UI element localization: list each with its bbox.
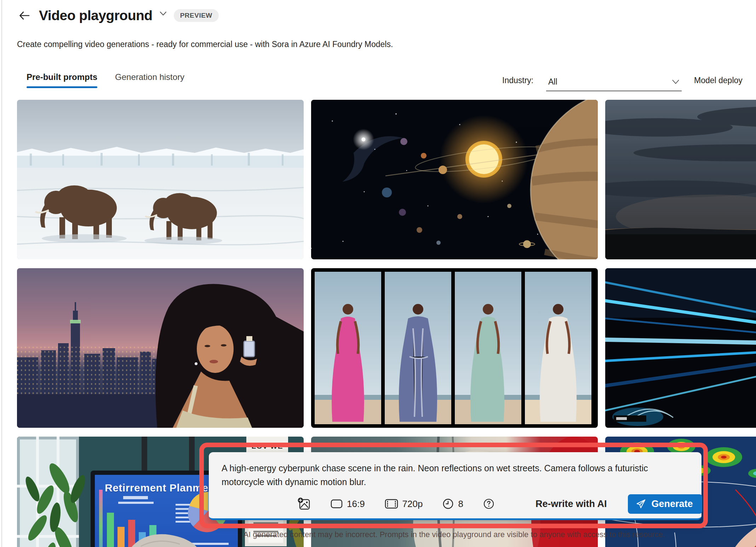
title-chevron-icon[interactable] bbox=[160, 11, 167, 17]
industry-value: All bbox=[548, 77, 557, 87]
duration-value: 8 bbox=[458, 499, 463, 509]
prompt-controls: 16:9 720p 8 bbox=[297, 492, 694, 516]
aspect-ratio-control[interactable]: 16:9 bbox=[331, 499, 365, 509]
industry-dropdown[interactable]: All bbox=[546, 73, 682, 91]
industry-label: Industry: bbox=[502, 76, 533, 85]
thumbnail-fashion-models[interactable] bbox=[311, 268, 598, 428]
page-description: Create compelling video generations - re… bbox=[17, 40, 393, 49]
send-icon bbox=[636, 499, 646, 509]
generate-label: Generate bbox=[651, 499, 693, 509]
arrow-left-icon bbox=[18, 9, 31, 22]
rewrite-with-ai-button[interactable]: Re-write with AI bbox=[534, 496, 608, 512]
clock-icon bbox=[442, 498, 454, 509]
aspect-ratio-icon bbox=[331, 499, 343, 508]
preview-badge: PREVIEW bbox=[174, 9, 219, 22]
prompt-bar: A high-energy cyberpunk chase scene in t… bbox=[209, 452, 701, 520]
page-title: Video playground bbox=[39, 8, 153, 23]
image-add-icon bbox=[297, 497, 311, 511]
add-image-button[interactable] bbox=[297, 497, 311, 511]
film-frame-icon bbox=[385, 499, 398, 509]
footer-disclaimer: AI generated content may be incorrect. P… bbox=[17, 530, 756, 539]
thumbnail-mammoths[interactable] bbox=[17, 100, 304, 259]
model-deployment-label: Model deploy bbox=[694, 76, 743, 85]
resolution-control[interactable]: 720p bbox=[385, 499, 423, 509]
thumbnail-racing-car[interactable] bbox=[605, 268, 756, 428]
generate-button[interactable]: Generate bbox=[628, 494, 702, 514]
filter-row: Industry: All Model deploy bbox=[0, 73, 756, 94]
office-screen-title: Retirrement Planment bbox=[105, 482, 219, 494]
question-circle-icon bbox=[483, 498, 494, 509]
video-playground-page: Video playground PREVIEW Create compelli… bbox=[0, 0, 756, 547]
aspect-ratio-value: 16:9 bbox=[347, 499, 365, 509]
help-button[interactable] bbox=[483, 498, 494, 509]
chevron-down-icon bbox=[672, 79, 680, 84]
prompt-input[interactable]: A high-energy cyberpunk chase scene in t… bbox=[209, 452, 701, 489]
thumbnail-samurai[interactable] bbox=[605, 100, 756, 259]
thumbnail-perfume[interactable] bbox=[17, 268, 304, 428]
thumbnail-solar-system[interactable] bbox=[311, 100, 598, 259]
resolution-value: 720p bbox=[402, 499, 423, 509]
page-header: Video playground PREVIEW bbox=[17, 8, 219, 23]
back-button[interactable] bbox=[17, 8, 32, 23]
duration-control[interactable]: 8 bbox=[442, 498, 463, 509]
